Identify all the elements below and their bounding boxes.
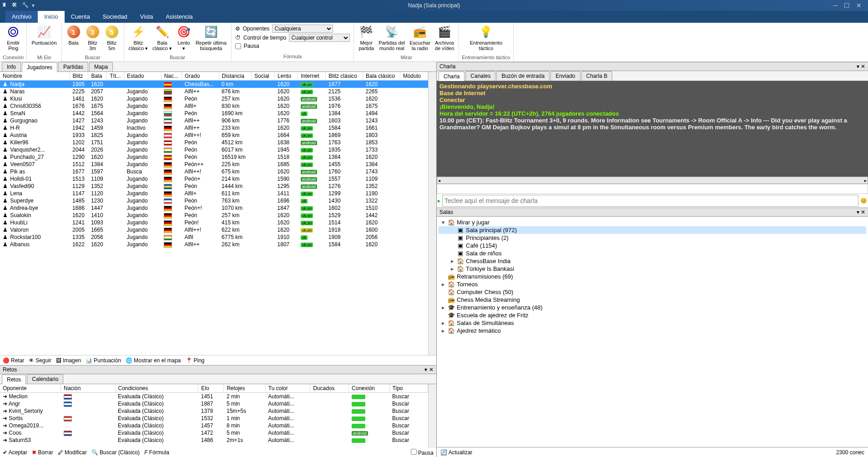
- reto-row[interactable]: ➜ MeclionEvaluada (Clásico)14512 minAuto…: [0, 393, 428, 401]
- col-header[interactable]: Condiciones: [115, 384, 198, 393]
- ribbon-bala-clasico[interactable]: ✏️Bala clásico ▾: [151, 24, 174, 52]
- ribbon-escuchar-radio[interactable]: 📻Escuchar la radio: [408, 24, 432, 52]
- players-table[interactable]: NombreBlitzBalaTít...EstadoNac...GradoDi…: [0, 72, 428, 355]
- player-row[interactable]: ♟ Chris83035616761675JugandoAlfil+830 km…: [0, 102, 428, 110]
- ribbon-lento[interactable]: 🎯Lento ▾: [175, 24, 193, 52]
- chat-tab-enviado[interactable]: Enviado: [550, 71, 580, 81]
- ribbon-blitz3[interactable]: 3Blitz 3m: [84, 24, 102, 52]
- room-node[interactable]: ▸🏠ChessBase India: [439, 257, 866, 265]
- room-node[interactable]: ▸🏠Türkiye Is Bankasi: [439, 265, 866, 273]
- player-row[interactable]: ♟ Vanquisher2...20442026JugandoPeón6017 …: [0, 146, 428, 153]
- player-row[interactable]: ♟ HuubLi12411093JugandoPeón!415 km1620ok…: [0, 219, 428, 226]
- col-header[interactable]: Nac...: [161, 72, 182, 81]
- col-header[interactable]: Oponente: [0, 384, 61, 393]
- player-row[interactable]: ♟ Naras22252057JugandoAlfil++876 km1620o…: [0, 88, 428, 95]
- reto-row[interactable]: ➜ CoosEvaluada (Clásico)14725 minAutomát…: [0, 429, 428, 437]
- room-node[interactable]: 📻Retransmisiones (69): [439, 273, 866, 280]
- player-row[interactable]: ♟ Veen050715121384JugandoPeón++225 km168…: [0, 161, 428, 168]
- retos-formula[interactable]: F Fórmula: [144, 449, 169, 456]
- chat-tab-charlab[interactable]: Charla B: [581, 71, 613, 81]
- player-row[interactable]: ♟ Sualokin16201410JugandoPeón257 km1620o…: [0, 212, 428, 219]
- room-node[interactable]: 🎓Escuela de ajedrez de Fritz: [439, 311, 866, 319]
- ribbon-entrenamiento[interactable]: 💡Entrenamiento táctico: [468, 24, 505, 52]
- room-node[interactable]: 📻Chess Media Streaming: [439, 296, 866, 304]
- ribbon-bala[interactable]: 1Bala: [65, 24, 83, 46]
- room-node[interactable]: ▸🏠Ajedrez temático: [439, 327, 866, 335]
- ribbon-repetir-busqueda[interactable]: 🔄Repetir última búsqueda: [194, 24, 228, 52]
- rooms-caret-icon[interactable]: ▾ ✕: [857, 209, 865, 215]
- retos-borrar[interactable]: ✖ Borrar: [32, 449, 53, 456]
- ribbon-mejor-partida[interactable]: 🏁Mejor partida: [357, 24, 376, 52]
- qat-icon-3[interactable]: 🔧: [22, 2, 29, 9]
- action-mapa[interactable]: 🌐 Mostrar en el mapa: [126, 357, 181, 364]
- col-header[interactable]: Lento: [275, 72, 298, 81]
- player-row[interactable]: ♟ Gurgugnao14271243JugandoAlfil++906 km1…: [0, 117, 428, 124]
- col-header[interactable]: Estado: [124, 72, 161, 81]
- player-row[interactable]: ♟ SmaN14421564JugandoPeón1690 km1620ok13…: [0, 110, 428, 117]
- player-row[interactable]: ♟ Pik as16771597BuscaAlfil++!675 km1620a…: [0, 168, 428, 175]
- status-actualizar[interactable]: 🔄 Actualizar: [440, 449, 472, 456]
- menu-sociedad[interactable]: Sociedad: [96, 11, 134, 23]
- ribbon-blitz5[interactable]: 5Blitz 5m: [103, 24, 121, 52]
- menu-cuenta[interactable]: Cuenta: [65, 11, 96, 23]
- col-header[interactable]: Bala clásico: [363, 72, 400, 81]
- chat-tab-canales[interactable]: Canales: [465, 71, 495, 81]
- player-row[interactable]: ♟ Superdye14851230JugandoPeón763 km1696o…: [0, 197, 428, 204]
- tab-jugadores[interactable]: Jugadores: [22, 62, 57, 72]
- col-header[interactable]: Blitz: [70, 72, 88, 81]
- checkbox-pausa[interactable]: [235, 43, 241, 49]
- action-retar[interactable]: 🔴 Retar: [3, 357, 24, 364]
- retos-table[interactable]: OponenteNaciónCondicionesEloRelojesTu co…: [0, 384, 428, 448]
- ribbon-archivos-video[interactable]: 🎬Archivos de vídeo: [433, 24, 456, 52]
- col-header[interactable]: Social: [252, 72, 275, 81]
- menu-archivo[interactable]: Archivo: [5, 11, 38, 23]
- action-puntuacion[interactable]: 📊 Puntuación: [86, 357, 121, 364]
- col-header[interactable]: Elo: [198, 384, 224, 393]
- tab-retos[interactable]: Retos: [2, 375, 26, 384]
- maximize-button[interactable]: ☐: [844, 2, 850, 9]
- qat-icon-1[interactable]: ♜: [2, 2, 9, 9]
- reto-row[interactable]: ➜ Kvint_SertoriyEvaluada (Clásico)137815…: [0, 407, 428, 415]
- qat-icon-2[interactable]: 🛠: [12, 2, 19, 9]
- player-row[interactable]: ♟ Klusi14611620JugandoPeón257 km1620andr…: [0, 95, 428, 102]
- player-row[interactable]: ♟ Austria19331825JugandoAlfil++!659 km16…: [0, 132, 428, 139]
- chat-tab-charla[interactable]: Charla: [439, 71, 464, 81]
- tab-mapa[interactable]: Mapa: [89, 62, 113, 71]
- reto-row[interactable]: ➜ Omega2019...Evaluada (Clásico)14578 mi…: [0, 422, 428, 429]
- action-ping[interactable]: 📍 Ping: [186, 357, 205, 364]
- ribbon-emitir-ping[interactable]: Emitir Ping: [4, 24, 22, 52]
- col-header[interactable]: Conexión: [349, 384, 390, 393]
- player-row[interactable]: ♟ Nadja19051620ChessBas...0 km1620ok,sn1…: [0, 81, 428, 88]
- player-row[interactable]: ♟ Vasfedi9011291352JugandoPeón1444 km129…: [0, 183, 428, 190]
- room-node[interactable]: ▾🏠Mirar y jugar: [439, 218, 866, 226]
- player-row[interactable]: ♟ H-R19421459InactivoAlfil++233 km1620ok…: [0, 124, 428, 132]
- player-row[interactable]: ♟ Killer9612021751JugandoPeón4512 km1638…: [0, 139, 428, 146]
- player-row[interactable]: ♟ Holldi-0115131109JugandoPeón+214 km159…: [0, 175, 428, 183]
- player-row[interactable]: ♟ Punchado_2712901620JugandoPeón16519 km…: [0, 153, 428, 161]
- chat-input[interactable]: [442, 195, 858, 207]
- player-row[interactable]: ♟ Albanus16221620JugandoAlfil++262 km180…: [0, 241, 428, 248]
- chat-caret-icon[interactable]: ▾ ✕: [857, 63, 865, 70]
- ribbon-blitz-clasico[interactable]: ⚡Blitz clásico ▾: [127, 24, 150, 52]
- chat-tab-buzon[interactable]: Buzón de entrada: [496, 71, 550, 81]
- reto-row[interactable]: ➜ AngrEvaluada (Clásico)18875 minAutomát…: [0, 400, 428, 407]
- col-header[interactable]: Internet: [298, 72, 326, 81]
- retos-pausa-checkbox[interactable]: [411, 449, 417, 455]
- ribbon-partidas-mundo[interactable]: 📡Partidas del mundo real: [377, 24, 407, 52]
- room-node[interactable]: ▸🎓Entrenamiento y enseñanza (48): [439, 304, 866, 311]
- reto-row[interactable]: ➜ Saturn53Evaluada (Clásico)14862m+1sAut…: [0, 437, 428, 444]
- retos-aceptar[interactable]: ✔ Aceptar: [3, 449, 27, 456]
- retos-caret-icon[interactable]: ▾: [424, 366, 427, 373]
- select-control[interactable]: Cualquier control: [289, 34, 350, 42]
- retos-modificar[interactable]: 🖉 Modificar: [58, 449, 87, 456]
- col-header[interactable]: Blitz clásico: [326, 72, 363, 81]
- tab-calendario[interactable]: Calendario: [27, 374, 63, 384]
- retos-scrollbar[interactable]: [428, 384, 436, 448]
- room-node[interactable]: ▣Sala principal (972): [439, 226, 866, 234]
- player-row[interactable]: ♟ Valoron20051665JugandoAlfil++!622 km16…: [0, 226, 428, 234]
- chat-hscroll[interactable]: ◂▸: [437, 177, 868, 184]
- col-header[interactable]: Nombre: [0, 72, 70, 81]
- action-seguir[interactable]: 👁 Seguir: [29, 357, 51, 364]
- col-header[interactable]: Bala: [88, 72, 107, 81]
- menu-vista[interactable]: Vista: [134, 11, 160, 23]
